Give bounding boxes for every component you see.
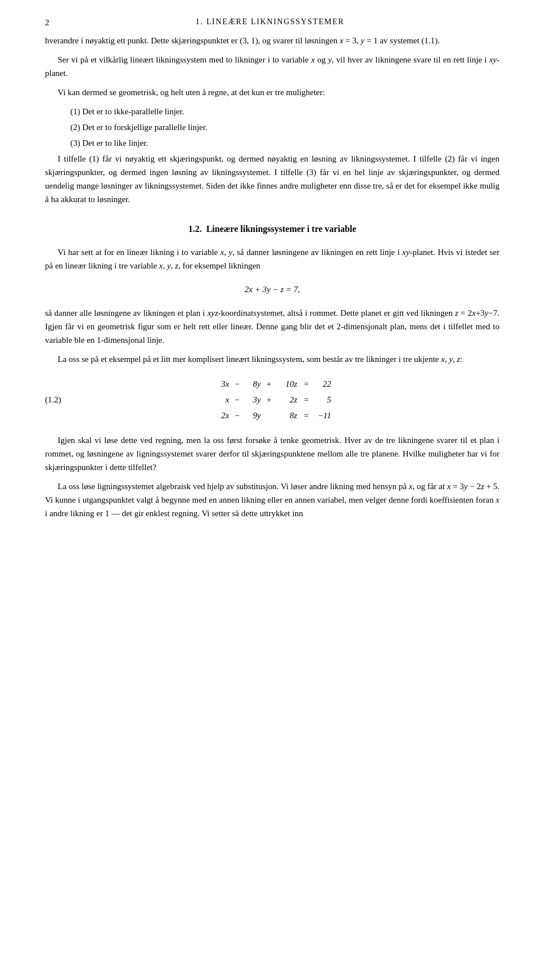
equation1: 2x + 3y − z = 7,	[45, 283, 500, 296]
paragraph2: Vi kan dermed se geometrisk, og helt ute…	[45, 86, 500, 99]
list-item-1: (1) Det er to ikke-parallelle linjer.	[70, 105, 500, 118]
section-paragraph4: Igjen skal vi løse dette ved regning, me…	[45, 433, 500, 474]
equation-system-block: (1.2) 3x − 8y + 10z = 22 x − 3y + 2z	[45, 376, 500, 423]
page: 2 1. LINEÆRE LIKNINGSSYSTEMER hverandre …	[0, 0, 540, 980]
section-paragraph3: La oss se på et eksempel på et litt mer …	[45, 352, 500, 366]
chapter-title: 1. LINEÆRE LIKNINGSSYSTEMER	[0, 16, 540, 28]
equation-row-2: x − 3y + 2z = 5	[213, 392, 331, 408]
equation-row-3: 2x − 9y 8z = −11	[213, 408, 331, 423]
section-paragraph5: La oss løse ligningssystemet algebraisk …	[45, 480, 500, 520]
intro-paragraph: hverandre i nøyaktig ett punkt. Dette sk…	[45, 34, 500, 47]
equation-system-table: 3x − 8y + 10z = 22 x − 3y + 2z = 5	[213, 376, 331, 423]
list-item-2: (2) Det er to forskjellige parallelle li…	[70, 120, 500, 134]
list-item-3: (3) Det er to like linjer.	[70, 136, 500, 150]
paragraph3: I tilfelle (1) får vi nøyaktig ett skjær…	[45, 152, 500, 206]
content-area: hverandre i nøyaktig ett punkt. Dette sk…	[45, 34, 500, 520]
paragraph1: Ser vi på et vilkårlig lineært likningss…	[45, 53, 500, 80]
section-paragraph2: så danner alle løsningene av likningen e…	[45, 306, 500, 347]
system-label: (1.2)	[45, 393, 61, 406]
equation-row-1: 3x − 8y + 10z = 22	[213, 376, 331, 392]
section-paragraph1: Vi har sett at for en lineær likning i t…	[45, 245, 500, 272]
section-heading: 1.2. Lineære likningssystemer i tre vari…	[45, 222, 500, 236]
